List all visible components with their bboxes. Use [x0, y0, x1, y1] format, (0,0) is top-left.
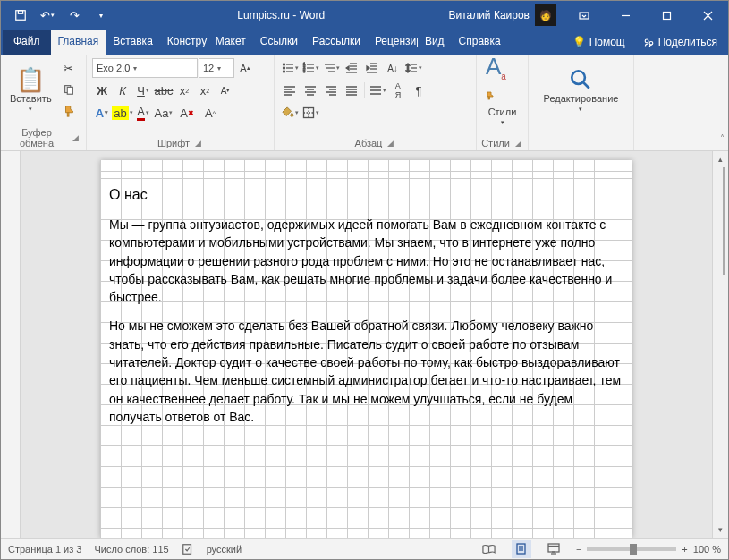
- user-name: Виталий Каиров: [448, 9, 530, 21]
- cut-button[interactable]: ✂: [59, 58, 79, 78]
- numbering-button[interactable]: 123▾: [301, 58, 320, 78]
- decrease-indent-button[interactable]: [342, 58, 361, 78]
- highlight-button[interactable]: ab▾: [113, 103, 132, 123]
- line-spacing-button[interactable]: ▾: [403, 58, 423, 78]
- underline-button[interactable]: Ч▾: [133, 81, 153, 100]
- tab-insert[interactable]: Вставка: [106, 30, 160, 55]
- scroll-thumb[interactable]: [723, 167, 725, 275]
- svg-line-62: [584, 82, 590, 89]
- maximize-button[interactable]: [646, 1, 687, 30]
- svg-text:3: 3: [303, 69, 306, 73]
- align-left-button[interactable]: [280, 81, 300, 100]
- tab-view[interactable]: Вид: [418, 30, 452, 55]
- document-page[interactable]: О нас Мы — группа энтузиастов, одержимых…: [100, 160, 632, 538]
- zoom-controls: − + 100 %: [576, 544, 721, 555]
- dialog-launcher-icon[interactable]: ◢: [386, 139, 395, 148]
- multilevel-list-button[interactable]: ▾: [321, 58, 341, 78]
- file-tab[interactable]: Файл: [3, 30, 51, 55]
- tab-help[interactable]: Справка: [452, 30, 508, 55]
- change-case-button[interactable]: Aa▾: [154, 103, 174, 123]
- bold-button[interactable]: Ж: [92, 81, 112, 100]
- group-clipboard: 📋 Вставить ▾ ✂ Буфер обмена◢: [1, 55, 87, 150]
- read-mode-button[interactable]: [479, 540, 499, 558]
- tab-references[interactable]: Ссылки: [253, 30, 305, 55]
- collapse-ribbon-icon[interactable]: ˄: [720, 133, 725, 143]
- bullets-button[interactable]: ▾: [280, 58, 300, 78]
- undo-button[interactable]: ↶▾: [35, 3, 60, 28]
- tab-home[interactable]: Главная: [51, 30, 106, 55]
- dialog-launcher-icon[interactable]: ◢: [193, 139, 203, 148]
- group-editing: Редактирование ▾: [529, 55, 634, 150]
- share-button[interactable]: Поделиться: [634, 30, 726, 55]
- page-indicator[interactable]: Страница 1 из 3: [8, 544, 81, 555]
- minimize-button[interactable]: [605, 1, 646, 30]
- clear-format-button[interactable]: A✖: [174, 103, 199, 123]
- search-icon: [569, 68, 592, 91]
- vertical-scrollbar[interactable]: ▴ ▾: [712, 151, 728, 538]
- close-button[interactable]: [687, 1, 728, 30]
- styles-button[interactable]: Aа Стили ▾: [482, 58, 522, 123]
- web-layout-button[interactable]: [544, 540, 564, 558]
- dialog-launcher-icon[interactable]: ◢: [513, 139, 523, 148]
- subscript-button[interactable]: x2: [174, 81, 194, 100]
- redo-button[interactable]: ↷: [62, 3, 87, 28]
- tell-me[interactable]: 💡 Помощ: [564, 30, 634, 55]
- qat-customize[interactable]: ▾: [89, 3, 114, 28]
- sort-az-button[interactable]: AЯ: [388, 81, 408, 100]
- svg-rect-0: [16, 11, 26, 21]
- proofing-icon[interactable]: [182, 543, 194, 556]
- user-account[interactable]: Виталий Каиров 🧑: [441, 4, 564, 26]
- font-name-combo[interactable]: Exo 2.0▾: [92, 58, 198, 78]
- window-controls: [564, 1, 728, 30]
- distributed-button[interactable]: ▾: [368, 81, 387, 100]
- zoom-slider[interactable]: [587, 547, 676, 551]
- font-size-combo[interactable]: 12▾: [199, 58, 234, 78]
- group-label: Буфер обмена: [6, 127, 67, 148]
- zoom-out-button[interactable]: −: [576, 544, 581, 555]
- borders-button[interactable]: ▾: [301, 103, 320, 123]
- justify-button[interactable]: [342, 81, 361, 100]
- window-title: Lumpics.ru - Word: [121, 9, 441, 21]
- word-count[interactable]: Число слов: 115: [94, 544, 168, 555]
- editing-button[interactable]: Редактирование ▾: [540, 58, 623, 123]
- shading-button[interactable]: ▾: [280, 103, 300, 123]
- tab-layout[interactable]: Макет: [208, 30, 253, 55]
- dialog-launcher-icon[interactable]: ◢: [71, 133, 81, 142]
- svg-point-12: [283, 64, 284, 65]
- ribbon-display-button[interactable]: [564, 1, 605, 30]
- paste-button[interactable]: 📋 Вставить ▾: [6, 58, 55, 123]
- group-label: Стили: [481, 138, 510, 148]
- shrink-font-button[interactable]: A▾: [216, 81, 235, 100]
- sort-button[interactable]: A↓: [383, 58, 403, 78]
- format-painter-button[interactable]: [59, 101, 79, 121]
- align-right-button[interactable]: [321, 81, 341, 100]
- svg-rect-69: [548, 544, 559, 552]
- language-indicator[interactable]: русский: [207, 544, 242, 555]
- align-center-button[interactable]: [301, 81, 320, 100]
- tab-review[interactable]: Рецензирование: [368, 30, 418, 55]
- group-paragraph: ▾ 123▾ ▾ A↓ ▾: [275, 55, 477, 150]
- increase-indent-button[interactable]: [362, 58, 382, 78]
- vertical-ruler[interactable]: [1, 151, 21, 538]
- tab-mailings[interactable]: Рассылки: [305, 30, 368, 55]
- scroll-up-icon[interactable]: ▴: [713, 151, 728, 167]
- text-effects-button[interactable]: A▾: [92, 103, 112, 123]
- autosave-icon[interactable]: [8, 3, 33, 28]
- print-layout-button[interactable]: [512, 540, 531, 558]
- grow-font-button[interactable]: A▴: [235, 58, 255, 78]
- font-color-button[interactable]: A▾: [133, 103, 153, 123]
- scroll-down-icon[interactable]: ▾: [713, 522, 728, 538]
- svg-rect-63: [182, 544, 191, 554]
- copy-button[interactable]: [59, 80, 79, 99]
- tab-design[interactable]: Конструктор: [160, 30, 208, 55]
- zoom-level[interactable]: 100 %: [693, 544, 721, 555]
- svg-rect-4: [663, 12, 670, 19]
- character-shading-button[interactable]: A^: [200, 103, 220, 123]
- strikethrough-button[interactable]: abc: [154, 81, 174, 100]
- show-marks-button[interactable]: ¶: [409, 81, 428, 100]
- superscript-button[interactable]: x2: [195, 81, 215, 100]
- italic-button[interactable]: К: [113, 81, 132, 100]
- svg-rect-1: [18, 11, 22, 14]
- group-label: Абзац: [355, 138, 383, 148]
- zoom-in-button[interactable]: +: [682, 544, 687, 555]
